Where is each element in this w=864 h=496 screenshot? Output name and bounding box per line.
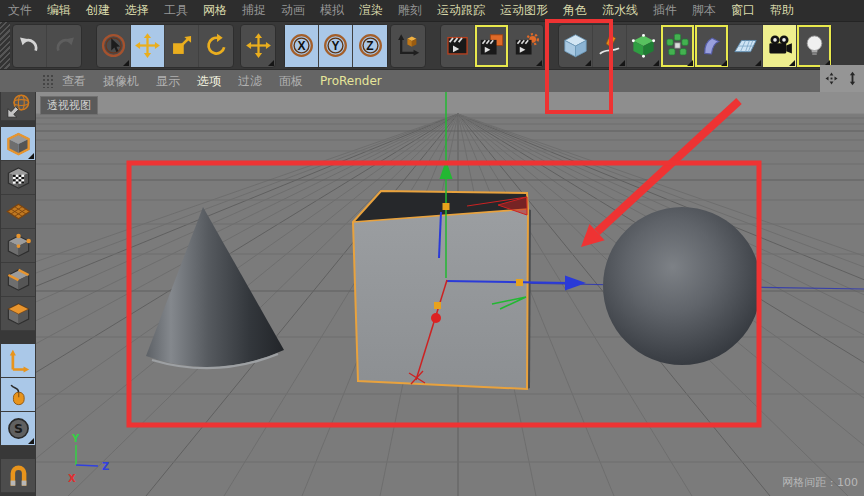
mograph-cloner-button[interactable]	[661, 25, 695, 67]
sds-icon	[630, 32, 657, 59]
axis-label-z: Z	[102, 461, 109, 472]
move-tool-button[interactable]	[131, 25, 165, 67]
make-editable-button[interactable]	[1, 92, 35, 121]
toolbar-group-2	[240, 24, 276, 68]
snap-button[interactable]	[1, 459, 35, 493]
scale-tool-button[interactable]	[165, 25, 199, 67]
toolbar-group-3: XYZ	[284, 24, 388, 68]
undo-button[interactable]	[13, 25, 47, 67]
render-picture-viewer-button[interactable]	[475, 25, 509, 67]
tweak-mode-button[interactable]	[1, 378, 35, 412]
viewport-menu-prorender[interactable]: ProRender	[320, 74, 382, 88]
render-view-button[interactable]	[441, 25, 475, 67]
toolbar-group-4	[390, 24, 426, 68]
viewport-menu-options[interactable]: 选项	[197, 73, 221, 90]
workplane-mode-button[interactable]	[1, 195, 35, 229]
workplane-mode-icon	[5, 198, 32, 225]
polygons-mode-button[interactable]	[1, 297, 35, 331]
light-button[interactable]	[797, 25, 831, 67]
y-axis-lock-button[interactable]: Y	[319, 25, 353, 67]
camera-icon	[766, 32, 793, 59]
points-mode-icon	[5, 232, 32, 259]
texture-mode-icon	[5, 164, 32, 191]
menu-create[interactable]: 创建	[86, 2, 110, 19]
viewport-menu-grip[interactable]	[42, 74, 54, 88]
sphere-object[interactable]	[603, 207, 761, 365]
viewport-nav-controls	[820, 65, 864, 92]
enable-axis-button[interactable]	[1, 344, 35, 378]
z-axis-lock-button[interactable]: Z	[353, 25, 387, 67]
cube-object[interactable]	[353, 191, 531, 389]
menu-script[interactable]: 脚本	[692, 2, 716, 19]
coord-icon	[395, 32, 422, 59]
last-used-tool-button[interactable]	[241, 25, 275, 67]
viewport-menu-filter[interactable]: 过滤	[238, 73, 262, 90]
render-settings-button[interactable]	[509, 25, 543, 67]
points-mode-button[interactable]	[1, 229, 35, 263]
live-selection-button[interactable]	[97, 25, 131, 67]
menu-snap[interactable]: 捕捉	[242, 2, 266, 19]
deformer-button[interactable]	[695, 25, 729, 67]
viewport-menu-display[interactable]: 显示	[156, 73, 180, 90]
menu-plugins[interactable]: 插件	[653, 2, 677, 19]
menu-file[interactable]: 文件	[8, 2, 32, 19]
menu-motion-tracker[interactable]: 运动跟踪	[437, 2, 485, 19]
rotate-tool-button[interactable]	[199, 25, 233, 67]
light-icon	[801, 32, 828, 59]
main-toolbar: XYZ	[0, 22, 864, 70]
axis-label-y: Y	[71, 433, 80, 444]
redo-button[interactable]	[47, 25, 81, 67]
toolbar-group-5	[440, 24, 544, 68]
cone-object[interactable]	[146, 207, 284, 368]
menu-render[interactable]: 渲染	[359, 2, 383, 19]
menu-edit[interactable]: 编辑	[47, 2, 71, 19]
add-cube-button[interactable]	[559, 25, 593, 67]
soft-selection-button[interactable]	[1, 412, 35, 446]
viewport-menu-view[interactable]: 查看	[62, 73, 86, 90]
flyout-corner-icon	[721, 60, 727, 66]
texture-mode-button[interactable]	[1, 161, 35, 195]
main-content: 透视视图 网格间距 : 100 Y Z X	[0, 92, 864, 496]
menu-simulate[interactable]: 模拟	[320, 2, 344, 19]
menu-character[interactable]: 角色	[563, 2, 587, 19]
flyout-corner-icon	[123, 60, 129, 66]
render-settings-icon	[513, 32, 540, 59]
flyout-corner-icon	[755, 60, 761, 66]
pen-spline-button[interactable]	[593, 25, 627, 67]
zoom-view-button[interactable]	[844, 70, 861, 87]
x-axis-lock-button[interactable]: X	[285, 25, 319, 67]
model-mode-button[interactable]	[1, 127, 35, 161]
render-view-icon	[444, 32, 471, 59]
flyout-corner-icon	[789, 60, 795, 66]
undo-icon	[16, 32, 43, 59]
coordinate-system-button[interactable]	[391, 25, 425, 67]
viewport-menu-items: 查看摄像机显示选项过滤面板ProRender	[62, 73, 399, 90]
menu-select[interactable]: 选择	[125, 2, 149, 19]
menu-window[interactable]: 窗口	[731, 2, 755, 19]
menu-pipeline[interactable]: 流水线	[602, 2, 638, 19]
axis-label-x: X	[68, 473, 76, 484]
flyout-corner-icon	[585, 60, 591, 66]
viewport-canvas[interactable]	[36, 92, 864, 496]
viewport[interactable]: 透视视图 网格间距 : 100 Y Z X	[36, 92, 864, 496]
floor-button[interactable]	[729, 25, 763, 67]
menu-help[interactable]: 帮助	[770, 2, 794, 19]
enable-axis-icon	[5, 347, 32, 374]
menu-animate[interactable]: 动画	[281, 2, 305, 19]
main-menu-bar: 文件编辑创建选择工具网格捕捉动画模拟渲染雕刻运动跟踪运动图形角色流水线插件脚本窗…	[0, 0, 864, 22]
camera-button[interactable]	[763, 25, 797, 67]
viewport-menu-panel[interactable]: 面板	[279, 73, 303, 90]
menu-mesh[interactable]: 网格	[203, 2, 227, 19]
viewport-menu-cameras[interactable]: 摄像机	[103, 73, 139, 90]
edges-mode-button[interactable]	[1, 263, 35, 297]
flyout-corner-icon	[28, 438, 34, 444]
menu-tools[interactable]: 工具	[164, 2, 188, 19]
menu-mograph[interactable]: 运动图形	[500, 2, 548, 19]
toolbar-grip[interactable]	[0, 22, 10, 69]
cube-icon	[562, 32, 589, 59]
move-icon	[134, 32, 161, 59]
subdivision-surface-button[interactable]	[627, 25, 661, 67]
pan-view-button[interactable]	[823, 70, 840, 87]
menu-sculpt[interactable]: 雕刻	[398, 2, 422, 19]
mode-sidebar	[0, 92, 36, 496]
